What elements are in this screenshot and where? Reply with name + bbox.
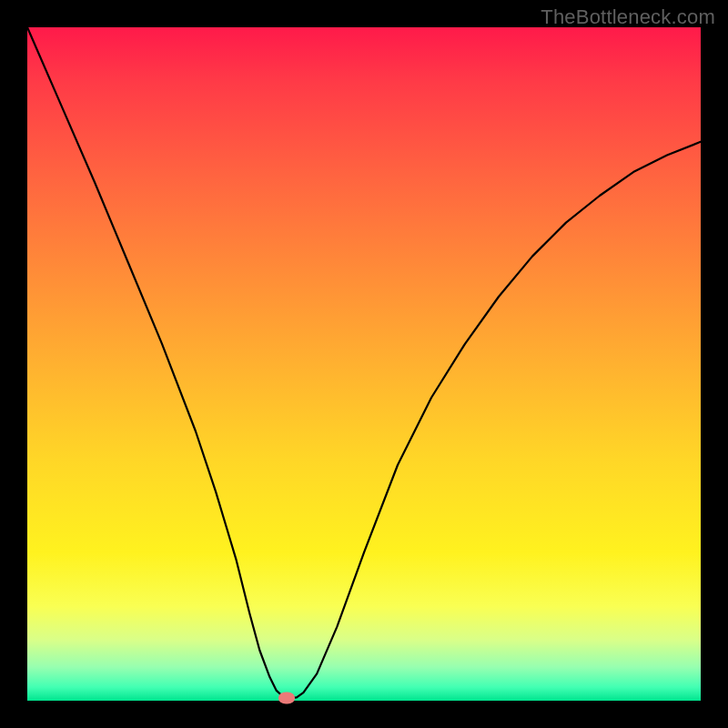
- chart-plot-area: [27, 27, 701, 701]
- chart-svg: [27, 27, 701, 701]
- bottleneck-curve: [27, 27, 701, 698]
- optimal-point-marker: [278, 693, 295, 704]
- watermark-text: TheBottleneck.com: [541, 5, 715, 29]
